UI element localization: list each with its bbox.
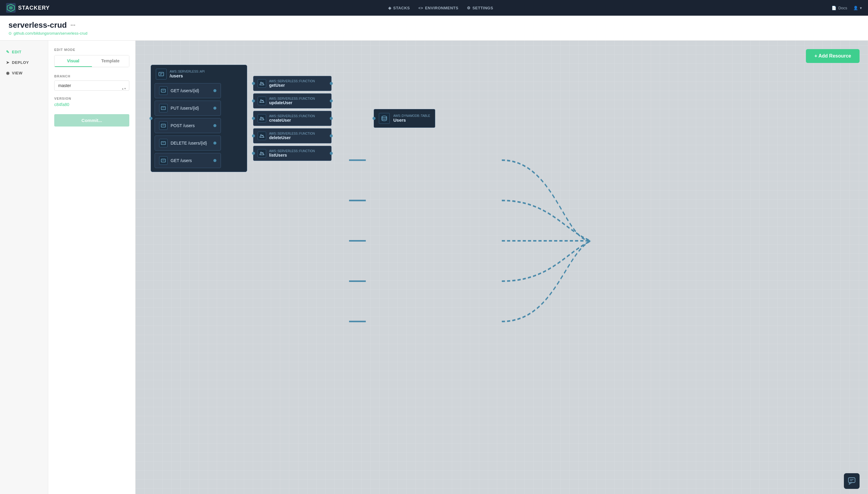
page-header: serverless-crud ··· ⊙ github.com/bildung… [0,16,868,41]
code-icon: <> [418,6,423,10]
commit-button[interactable]: Commit... [54,114,129,127]
layers-icon: ◈ [388,6,391,10]
edit-icon: ✎ [6,50,10,54]
lambda-1[interactable]: AWS::SERVERLESS::FUNCTION updateUser [253,93,332,109]
route-icon-1 [159,104,168,112]
lambda-4-icon [258,149,266,157]
chat-icon [848,477,856,485]
lambda-2-left-dot [252,117,255,120]
lambda-3[interactable]: AWS::SERVERLESS::FUNCTION deleteUser [253,128,332,144]
topnav-right: 📄 Docs 👤 ▾ [832,6,862,10]
topnav: STACKERY ◈ STACKS <> ENVIRONMENTS ⚙ SETT… [0,0,868,16]
svg-rect-11 [161,89,165,92]
left-sidebar: ✎ EDIT ➤ DEPLOY ◉ VIEW [0,41,48,494]
canvas-area: + Add Resource [136,41,868,494]
github-icon: ⊙ [8,31,12,36]
branch-select[interactable]: master [54,80,129,91]
route-connector-4 [214,159,216,162]
chevron-down-icon: ▾ [860,6,862,10]
route-4[interactable]: GET /users [154,153,243,168]
lambda-1-icon [258,97,266,105]
svg-rect-22 [848,478,855,482]
route-1[interactable]: PUT /users/{id} [154,101,243,116]
svg-rect-17 [161,141,165,145]
docs-link[interactable]: 📄 Docs [832,6,847,10]
nav-settings[interactable]: ⚙ SETTINGS [467,6,493,10]
branch-select-wrapper: master [54,80,129,97]
lambda-4-text: AWS::SERVERLESS::FUNCTION listUsers [269,149,315,157]
lambda-group: AWS::SERVERLESS::FUNCTION getUser AWS::S… [253,76,332,161]
lambda-3-left-dot [252,134,255,137]
deploy-icon: ➤ [6,60,10,65]
lambda-3-icon [258,132,266,140]
route-node-1: PUT /users/{id} [154,101,221,116]
version-value: c84fa80 [54,102,129,107]
api-icon [156,69,167,79]
route-2[interactable]: POST /users [154,118,243,133]
lambda-4-right-dot [330,152,333,155]
user-icon: 👤 [853,6,858,10]
user-menu[interactable]: 👤 ▾ [853,6,862,10]
route-3[interactable]: DELETE /users/{id} [154,136,243,151]
stackery-logo-icon [6,3,16,13]
github-link[interactable]: ⊙ github.com/bildungsroman/serverless-cr… [8,31,860,36]
edit-panel: EDIT MODE Visual Template BRANCH master … [48,41,136,494]
dynamo-icon [379,113,390,124]
api-header: AWS::SERVERLESS::API /users [154,69,243,79]
api-group: AWS::SERVERLESS::API /users GET /users/{… [151,65,247,172]
lambda-0-icon [258,79,266,88]
sidebar-item-deploy[interactable]: ➤ DEPLOY [0,57,48,68]
lambda-1-right-dot [330,99,333,102]
route-node-3: DELETE /users/{id} [154,136,221,151]
lambda-0-left-dot [252,82,255,85]
project-title: serverless-crud [8,20,67,30]
dots-menu[interactable]: ··· [71,22,76,28]
tab-visual[interactable]: Visual [55,55,92,67]
route-icon-2 [159,121,168,130]
lambda-2-right-dot [330,117,333,120]
nav-environments[interactable]: <> ENVIRONMENTS [418,6,458,10]
mode-tabs: Visual Template [54,55,129,67]
page-title-row: serverless-crud ··· [8,20,860,30]
api-header-text: AWS::SERVERLESS::API /users [170,70,205,78]
route-connector-2 [214,124,216,127]
add-resource-button[interactable]: + Add Resource [806,49,860,63]
lambda-2-icon [258,114,266,122]
chat-button[interactable] [844,473,860,489]
edit-mode-label: EDIT MODE [54,48,129,52]
svg-rect-13 [161,107,165,110]
gear-icon: ⚙ [467,6,471,10]
route-icon-4 [159,156,168,165]
api-left-connector [149,117,152,120]
lambda-1-text: AWS::SERVERLESS::FUNCTION updateUser [269,97,315,105]
lambda-0-right-dot [330,82,333,85]
lambda-4-left-dot [252,152,255,155]
route-icon-3 [159,139,168,147]
route-0[interactable]: GET /users/{id} [154,83,243,98]
route-connector-0 [214,89,216,92]
main-layout: ✎ EDIT ➤ DEPLOY ◉ VIEW EDIT MODE Visual … [0,41,868,494]
app-logo[interactable]: STACKERY [6,3,50,13]
tab-template[interactable]: Template [92,55,129,67]
svg-rect-19 [161,159,165,162]
lambda-2[interactable]: AWS::SERVERLESS::FUNCTION createUser [253,111,332,126]
route-node-2: POST /users [154,118,221,133]
route-node-4: GET /users [154,153,221,168]
lambda-1-left-dot [252,99,255,102]
dynamo-node[interactable]: AWS::DYNAMODB::TABLE Users [374,109,435,128]
lambda-0[interactable]: AWS::SERVERLESS::FUNCTION getUser [253,76,332,91]
lambda-3-right-dot [330,134,333,137]
dynamo-left-dot [372,117,375,120]
dynamo-text: AWS::DYNAMODB::TABLE Users [393,114,430,122]
nav-stacks[interactable]: ◈ STACKS [388,6,410,10]
route-connector-3 [214,141,216,145]
sidebar-item-edit[interactable]: ✎ EDIT [0,47,48,57]
lambda-0-text: AWS::SERVERLESS::FUNCTION getUser [269,79,315,88]
sidebar-item-view[interactable]: ◉ VIEW [0,68,48,78]
lambda-2-text: AWS::SERVERLESS::FUNCTION createUser [269,114,315,122]
svg-rect-8 [159,72,164,76]
lambda-4[interactable]: AWS::SERVERLESS::FUNCTION listUsers [253,146,332,161]
topnav-links: ◈ STACKS <> ENVIRONMENTS ⚙ SETTINGS [59,6,822,10]
branch-label: BRANCH [54,74,129,78]
app-name: STACKERY [18,5,50,11]
